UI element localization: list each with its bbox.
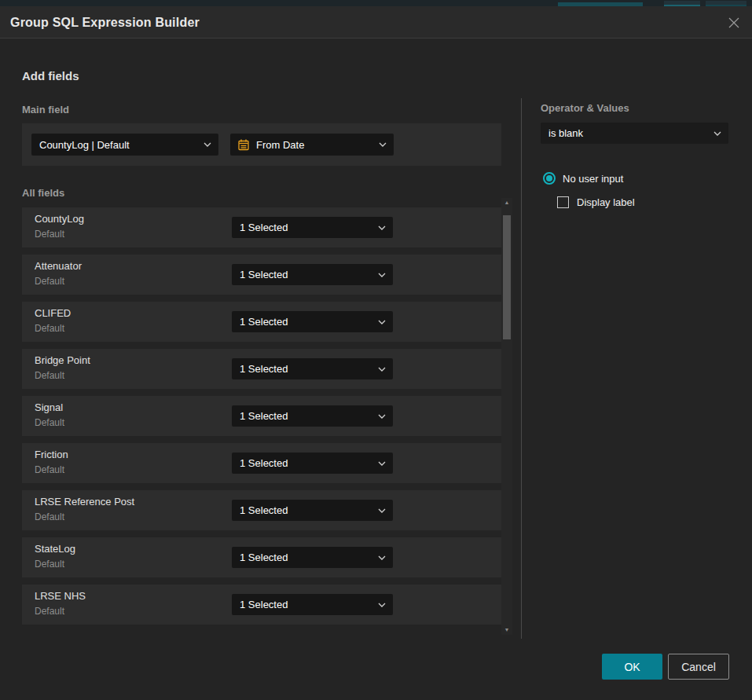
field-name: LRSE Reference Post: [35, 496, 134, 508]
field-selected-dropdown[interactable]: 1 Selected: [232, 547, 393, 568]
field-row-attenuator: Attenuator Default 1 Selected: [22, 255, 501, 295]
cancel-button[interactable]: Cancel: [668, 654, 729, 680]
chevron-down-icon: [378, 320, 386, 324]
field-subtitle: Default: [35, 370, 64, 381]
main-layer-select[interactable]: CountyLog | Default: [31, 134, 218, 156]
dialog-header: Group SQL Expression Builder: [0, 6, 752, 38]
field-name: LRSE NHS: [35, 590, 86, 602]
scroll-down-icon[interactable]: ▼: [501, 625, 512, 635]
selected-count: 1 Selected: [240, 363, 378, 375]
dialog-title: Group SQL Expression Builder: [10, 6, 200, 38]
field-subtitle: Default: [35, 276, 64, 287]
scroll-up-icon[interactable]: ▲: [501, 198, 512, 207]
chevron-down-icon: [378, 414, 386, 419]
field-name: CLIFED: [35, 307, 71, 319]
chevron-down-icon: [378, 273, 386, 277]
chevron-down-icon: [713, 131, 721, 136]
chevron-down-icon: [378, 367, 386, 372]
background-app-strip: [0, 0, 752, 6]
group-sql-expression-builder-dialog: Group SQL Expression Builder Add fields …: [0, 6, 752, 700]
list-scrollbar[interactable]: ▲ ▼: [501, 198, 512, 635]
field-row-friction: Friction Default 1 Selected: [22, 443, 501, 483]
selected-count: 1 Selected: [240, 504, 378, 516]
field-subtitle: Default: [35, 464, 64, 475]
field-row-statelog: StateLog Default 1 Selected: [22, 537, 501, 577]
chevron-down-icon: [204, 142, 211, 147]
ok-button[interactable]: OK: [602, 654, 662, 680]
field-subtitle: Default: [35, 511, 64, 522]
field-subtitle: Default: [35, 229, 64, 240]
chevron-down-icon: [379, 142, 387, 147]
operator-select-value: is blank: [548, 127, 713, 139]
chevron-down-icon: [378, 555, 386, 560]
selected-count: 1 Selected: [240, 269, 378, 280]
field-subtitle: Default: [35, 559, 64, 570]
all-fields-label: All fields: [22, 187, 64, 199]
field-selected-dropdown[interactable]: 1 Selected: [232, 500, 393, 521]
field-subtitle: Default: [35, 323, 64, 334]
field-selected-dropdown[interactable]: 1 Selected: [232, 594, 393, 615]
background-toolbar-fragment: [664, 1, 700, 6]
close-icon[interactable]: [726, 15, 742, 31]
main-field-panel: CountyLog | Default From Date: [22, 123, 501, 166]
field-selected-dropdown[interactable]: 1 Selected: [232, 311, 393, 332]
field-selected-dropdown[interactable]: 1 Selected: [232, 358, 393, 379]
add-fields-heading: Add fields: [22, 69, 79, 82]
chevron-down-icon: [378, 225, 386, 230]
selected-count: 1 Selected: [240, 599, 378, 610]
field-name: StateLog: [35, 543, 75, 555]
chevron-down-icon: [378, 461, 386, 466]
field-subtitle: Default: [35, 606, 64, 617]
screen: Group SQL Expression Builder Add fields …: [0, 0, 752, 700]
no-user-input-label: No user input: [563, 173, 623, 185]
main-field-label: Main field: [22, 104, 69, 115]
panel-divider: [521, 98, 522, 639]
main-field-select[interactable]: From Date: [230, 134, 394, 156]
no-user-input-radio[interactable]: No user input: [543, 172, 623, 185]
selected-count: 1 Selected: [240, 222, 378, 233]
field-row-lrse-nhs: LRSE NHS Default 1 Selected: [22, 585, 501, 625]
field-name: Bridge Point: [35, 354, 90, 366]
main-layer-select-value: CountyLog | Default: [39, 139, 204, 151]
field-name: Signal: [35, 401, 63, 413]
field-selected-dropdown[interactable]: 1 Selected: [232, 217, 393, 238]
field-row-clifed: CLIFED Default 1 Selected: [22, 302, 501, 342]
field-row-bridge-point: Bridge Point Default 1 Selected: [22, 349, 501, 389]
operator-values-label: Operator & Values: [541, 102, 629, 114]
selected-count: 1 Selected: [240, 410, 378, 422]
display-label-label: Display label: [577, 196, 635, 208]
background-toolbar-fragment: [706, 1, 746, 6]
field-name: Friction: [35, 449, 68, 460]
calendar-icon: [237, 138, 250, 151]
field-name: Attenuator: [35, 260, 82, 272]
field-subtitle: Default: [35, 417, 64, 428]
main-field-select-value: From Date: [256, 139, 379, 151]
selected-count: 1 Selected: [240, 552, 378, 563]
display-label-checkbox[interactable]: Display label: [557, 196, 635, 208]
field-row-signal: Signal Default 1 Selected: [22, 396, 501, 436]
field-row-countylog: CountyLog Default 1 Selected: [22, 207, 501, 247]
selected-count: 1 Selected: [240, 316, 378, 328]
field-selected-dropdown[interactable]: 1 Selected: [232, 453, 393, 474]
field-selected-dropdown[interactable]: 1 Selected: [232, 405, 393, 427]
radio-selected-icon: [543, 172, 556, 185]
selected-count: 1 Selected: [240, 457, 378, 469]
field-selected-dropdown[interactable]: 1 Selected: [232, 264, 393, 285]
checkbox-unchecked-icon: [557, 196, 569, 208]
chevron-down-icon: [378, 508, 386, 513]
field-name: CountyLog: [35, 213, 84, 225]
operator-select[interactable]: is blank: [541, 123, 728, 144]
chevron-down-icon: [378, 603, 386, 607]
field-row-lrse-reference-post: LRSE Reference Post Default 1 Selected: [22, 490, 501, 530]
scrollbar-thumb[interactable]: [503, 215, 511, 339]
